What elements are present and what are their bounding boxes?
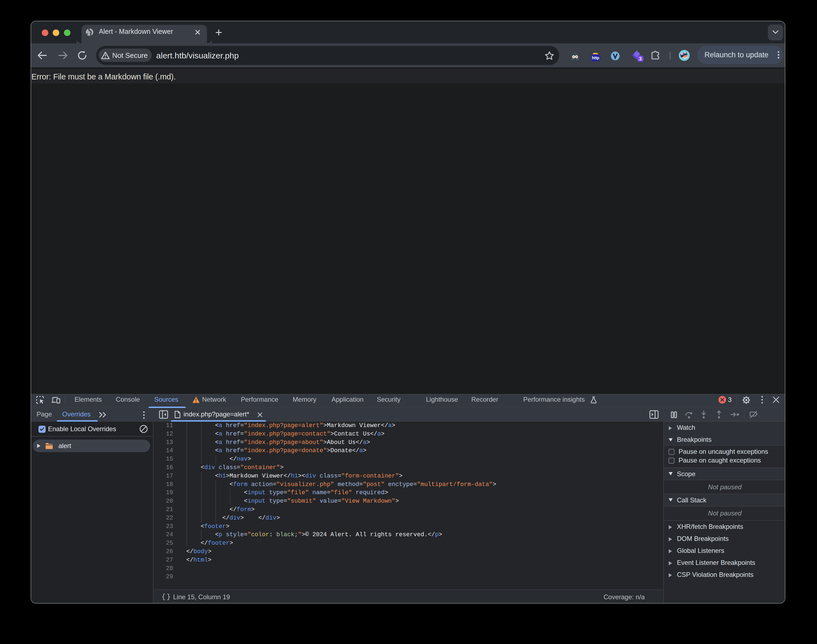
svg-text:3: 3 xyxy=(639,56,642,61)
svg-text:http: http xyxy=(592,56,599,60)
